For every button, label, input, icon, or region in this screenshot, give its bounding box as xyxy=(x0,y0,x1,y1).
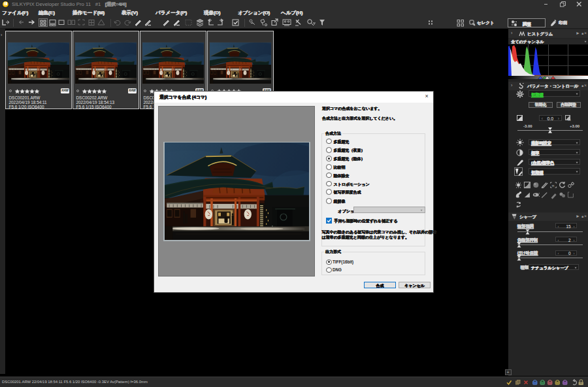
svg-text:bc: bc xyxy=(568,118,571,121)
svg-text:π: π xyxy=(552,184,555,188)
